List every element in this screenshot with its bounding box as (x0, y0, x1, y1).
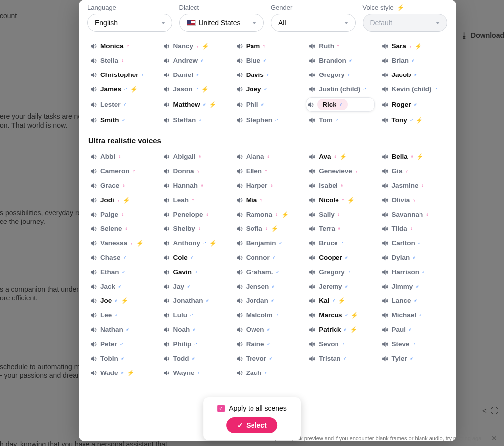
speaker-icon[interactable] (163, 197, 170, 204)
voice-lance[interactable]: Lance♂ (379, 295, 447, 307)
speaker-icon[interactable] (382, 43, 389, 50)
voice-philip[interactable]: Philip♂ (160, 338, 229, 350)
voice-gavin[interactable]: Gavin♂ (160, 266, 229, 278)
speaker-icon[interactable] (163, 117, 170, 124)
voice-nicole[interactable]: Nicole♀⚡ (306, 194, 374, 206)
speaker-icon[interactable] (163, 101, 170, 108)
speaker-icon[interactable] (382, 211, 389, 218)
voice-connor[interactable]: Connor♂ (233, 251, 302, 264)
speaker-icon[interactable] (309, 86, 316, 93)
speaker-icon[interactable] (163, 43, 170, 50)
voice-grace[interactable]: Grace♀ (87, 179, 156, 192)
voice-vanessa[interactable]: Vanessa♀⚡ (87, 237, 156, 249)
speaker-icon[interactable] (382, 57, 389, 64)
speaker-icon[interactable] (309, 117, 316, 124)
speaker-icon[interactable] (236, 101, 243, 108)
speaker-icon[interactable] (90, 168, 97, 175)
speaker-icon[interactable] (90, 341, 97, 348)
voice-lester[interactable]: Lester♂ (87, 97, 156, 112)
speaker-icon[interactable] (163, 355, 170, 362)
speaker-icon[interactable] (382, 326, 389, 333)
voice-jimmy[interactable]: Jimmy♂ (379, 280, 447, 293)
speaker-icon[interactable] (382, 182, 389, 189)
voice-ethan[interactable]: Ethan♂ (87, 266, 156, 278)
voice-nancy[interactable]: Nancy♀⚡ (160, 40, 229, 52)
voice-steve[interactable]: Steve♂ (379, 338, 447, 350)
voice-davis[interactable]: Davis♂ (233, 69, 302, 81)
speaker-icon[interactable] (163, 86, 170, 93)
speaker-icon[interactable] (382, 355, 389, 362)
speaker-icon[interactable] (90, 240, 97, 247)
voice-kevin-child-[interactable]: Kevin (child)♂ (379, 83, 447, 95)
speaker-icon[interactable] (90, 72, 97, 78)
speaker-icon[interactable] (236, 326, 243, 333)
speaker-icon[interactable] (236, 182, 243, 189)
speaker-icon[interactable] (90, 86, 97, 93)
speaker-icon[interactable] (382, 225, 389, 232)
speaker-icon[interactable] (309, 168, 316, 175)
voice-phil[interactable]: Phil♂ (233, 97, 302, 112)
speaker-icon[interactable] (90, 117, 97, 124)
speaker-icon[interactable] (163, 312, 170, 319)
voice-graham-[interactable]: Graham.♂ (233, 266, 302, 278)
voice-jonathan[interactable]: Jonathan♂ (160, 295, 229, 307)
voice-cole[interactable]: Cole♂ (160, 251, 229, 264)
gender-select[interactable]: All (271, 14, 356, 32)
voice-benjamin[interactable]: Benjamin♂ (233, 237, 302, 249)
voice-michael[interactable]: Michael♂ (379, 309, 447, 321)
speaker-icon[interactable] (90, 225, 97, 232)
speaker-icon[interactable] (309, 197, 316, 204)
voice-joe[interactable]: Joe♂⚡ (87, 295, 156, 307)
voice-lee[interactable]: Lee♂ (87, 309, 156, 321)
apply-all-row[interactable]: ✓ Apply to all scenes (217, 404, 287, 412)
voice-marcus[interactable]: Marcus♂⚡ (306, 309, 374, 321)
speaker-icon[interactable] (90, 101, 97, 108)
voice-dylan[interactable]: Dylan♂ (379, 251, 447, 264)
voice-jacob[interactable]: Jacob♂ (379, 69, 447, 81)
speaker-icon[interactable] (163, 211, 170, 218)
speaker-icon[interactable] (163, 326, 170, 333)
speaker-icon[interactable] (236, 297, 243, 304)
speaker-icon[interactable] (90, 312, 97, 319)
speaker-icon[interactable] (382, 101, 389, 108)
voice-anthony[interactable]: Anthony♂⚡ (160, 237, 229, 249)
speaker-icon[interactable] (309, 182, 316, 189)
voice-cameron[interactable]: Cameron♀ (87, 165, 156, 177)
speaker-icon[interactable] (90, 182, 97, 189)
voice-james[interactable]: James♂⚡ (87, 83, 156, 95)
speaker-icon[interactable] (236, 254, 243, 261)
speaker-icon[interactable] (382, 72, 389, 78)
speaker-icon[interactable] (90, 43, 97, 50)
speaker-icon[interactable] (163, 297, 170, 304)
voice-ramona[interactable]: Ramona♀⚡ (233, 208, 302, 221)
voice-patrick[interactable]: Patrick♂⚡ (306, 323, 374, 336)
voice-brian[interactable]: Brian♂ (379, 54, 447, 67)
voice-stella[interactable]: Stella♀ (87, 54, 156, 67)
voice-lulu[interactable]: Lulu♂ (160, 309, 229, 321)
voice-olivia[interactable]: Olivia♀ (379, 194, 447, 206)
speaker-icon[interactable] (309, 355, 316, 362)
voice-daniel[interactable]: Daniel♂ (160, 69, 229, 81)
speaker-icon[interactable] (309, 297, 316, 304)
voice-smith[interactable]: Smith♂ (87, 114, 156, 126)
voice-scroll-area[interactable]: Monica♀Nancy♀⚡Pam♀Ruth♀Sara♀⚡Stella♀Andr… (79, 40, 456, 441)
voice-paul[interactable]: Paul♂ (379, 323, 447, 336)
voice-matthew[interactable]: Matthew♂⚡ (160, 97, 229, 112)
speaker-icon[interactable] (163, 168, 170, 175)
speaker-icon[interactable] (163, 153, 170, 160)
voice-pam[interactable]: Pam♀ (233, 40, 302, 52)
speaker-icon[interactable] (90, 326, 97, 333)
voice-tobin[interactable]: Tobin♂ (87, 352, 156, 365)
speaker-icon[interactable] (163, 72, 170, 78)
speaker-icon[interactable] (163, 341, 170, 348)
voice-ruth[interactable]: Ruth♀ (306, 40, 374, 52)
voice-peter[interactable]: Peter♂ (87, 338, 156, 350)
voice-jeremy[interactable]: Jeremy♂ (306, 280, 374, 293)
speaker-icon[interactable] (382, 254, 389, 261)
speaker-icon[interactable] (236, 57, 243, 64)
speaker-icon[interactable] (382, 117, 389, 124)
voice-zach[interactable]: Zach♂ (233, 367, 302, 379)
voice-tristan[interactable]: Tristan♂ (306, 352, 374, 365)
speaker-icon[interactable] (236, 355, 243, 362)
speaker-icon[interactable] (163, 225, 170, 232)
